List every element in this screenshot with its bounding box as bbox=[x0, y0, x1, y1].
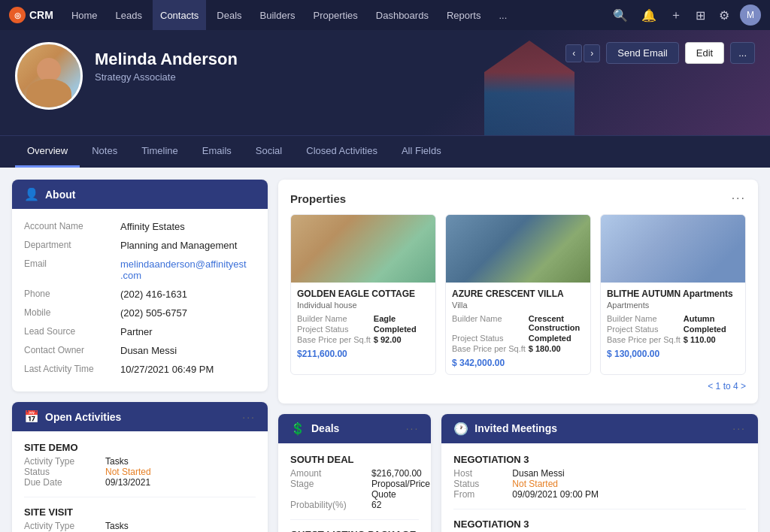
deals-icon: 💲 bbox=[290, 422, 305, 436]
builder-label-2: Builder Name bbox=[452, 314, 526, 332]
about-title: About bbox=[45, 189, 75, 201]
property-image-1 bbox=[291, 215, 435, 283]
nav-leads[interactable]: Leads bbox=[108, 0, 150, 30]
nav-home[interactable]: Home bbox=[64, 0, 105, 30]
user-avatar[interactable]: M bbox=[740, 5, 761, 26]
prev-arrow[interactable]: ‹ bbox=[565, 44, 582, 62]
property-card-1[interactable]: GOLDEN EAGLE COTTAGE Individual house Bu… bbox=[290, 214, 436, 375]
open-activities-title: Open Activities bbox=[45, 411, 121, 423]
properties-grid: GOLDEN EAGLE COTTAGE Individual house Bu… bbox=[290, 214, 746, 375]
about-row-account: Account Name Affinity Estates bbox=[24, 219, 256, 234]
price-sqft-val-3: $ 110.00 bbox=[684, 335, 739, 344]
nav-contacts[interactable]: Contacts bbox=[153, 0, 206, 30]
nav-dashboards[interactable]: Dashboards bbox=[368, 0, 436, 30]
about-icon: 👤 bbox=[24, 187, 39, 201]
tab-closed-activities[interactable]: Closed Activities bbox=[294, 136, 390, 168]
price-sqft-label-1: Base Price per Sq.ft bbox=[297, 335, 371, 344]
properties-more-button[interactable]: ··· bbox=[732, 192, 746, 205]
about-row-dept: Department Planning and Management bbox=[24, 238, 256, 252]
proj-status-val-1: Completed bbox=[374, 325, 429, 334]
deal-amount-label-1: Amount bbox=[290, 468, 365, 479]
meetings-more-button[interactable]: ··· bbox=[732, 422, 746, 434]
meet-status-label-1: Status bbox=[453, 479, 506, 489]
price-sqft-val-2: $ 180.00 bbox=[529, 344, 584, 353]
act-due-val-1: 09/13/2021 bbox=[105, 477, 256, 488]
activity-row-due-1: Due Date 09/13/2021 bbox=[24, 477, 256, 488]
nav-reports[interactable]: Reports bbox=[439, 0, 489, 30]
deal-title-2: GUEST LISTING PACKAGE bbox=[290, 529, 419, 532]
deals-more-button[interactable]: ··· bbox=[406, 422, 420, 434]
properties-pagination[interactable]: < 1 to 4 > bbox=[290, 381, 746, 391]
deals-header: 💲 Deals ··· bbox=[278, 414, 431, 443]
meeting-item-1: NEGOTIATION 3 Host Dusan Messi Status No… bbox=[453, 454, 746, 509]
top-nav: ◎ CRM Home Leads Contacts Deals Builders… bbox=[0, 0, 770, 30]
builder-val-2: Crescent Construction bbox=[529, 314, 584, 332]
about-row-activity-time: Last Activity Time 10/27/2021 06:49 PM bbox=[24, 362, 256, 376]
proj-status-val-2: Completed bbox=[529, 334, 584, 343]
property-card-3[interactable]: BLITHE AUTUMN Apartments Apartments Buil… bbox=[600, 214, 746, 375]
logo[interactable]: ◎ CRM bbox=[9, 7, 53, 23]
deal-row-prob-1: Probability(%) 62 bbox=[290, 500, 419, 510]
property-type-2: Villa bbox=[452, 301, 584, 310]
nav-more[interactable]: ... bbox=[491, 0, 514, 30]
property-details-3: Builder Name Autumn Project Status Compl… bbox=[607, 314, 739, 344]
deal-item-1: SOUTH DEAL Amount $216,700.00 Stage Prop… bbox=[290, 454, 419, 520]
activity-row-type-1: Activity Type Tasks bbox=[24, 456, 256, 467]
deal-prob-val-1: 62 bbox=[371, 500, 419, 510]
properties-title: Properties bbox=[290, 192, 346, 205]
builder-label-3: Builder Name bbox=[607, 314, 681, 323]
settings-icon[interactable]: ⚙ bbox=[716, 7, 732, 24]
about-label-leadsource: Lead Source bbox=[24, 325, 114, 339]
more-options-button[interactable]: ... bbox=[730, 42, 755, 64]
nav-builders[interactable]: Builders bbox=[253, 0, 303, 30]
property-name-1: GOLDEN EAGLE COTTAGE bbox=[297, 289, 429, 301]
deal-title-1: SOUTH DEAL bbox=[290, 454, 419, 465]
about-label-owner: Contact Owner bbox=[24, 343, 114, 358]
about-card-body: Account Name Affinity Estates Department… bbox=[12, 209, 268, 391]
property-details-2: Builder Name Crescent Construction Proje… bbox=[452, 314, 584, 353]
about-value-phone: (202) 416-1631 bbox=[120, 287, 256, 301]
about-label-phone: Phone bbox=[24, 287, 114, 301]
add-icon[interactable]: ＋ bbox=[667, 6, 685, 25]
search-icon[interactable]: 🔍 bbox=[610, 7, 631, 24]
nav-properties[interactable]: Properties bbox=[306, 0, 365, 30]
notification-icon[interactable]: 🔔 bbox=[638, 7, 659, 24]
about-label-dept: Department bbox=[24, 238, 114, 252]
meet-host-label-1: Host bbox=[453, 468, 506, 479]
act-type-label-2: Activity Type bbox=[24, 521, 99, 531]
open-activities-body: SITE DEMO Activity Type Tasks Status Not… bbox=[12, 431, 268, 532]
send-email-button[interactable]: Send Email bbox=[606, 42, 678, 64]
grid-icon[interactable]: ⊞ bbox=[693, 7, 708, 24]
nav-arrows: ‹ › bbox=[565, 44, 600, 62]
edit-button[interactable]: Edit bbox=[685, 42, 724, 64]
property-card-2[interactable]: AZURE CRESCENT VILLA Villa Builder Name … bbox=[445, 214, 591, 375]
about-row-owner: Contact Owner Dusan Messi bbox=[24, 343, 256, 358]
tab-emails[interactable]: Emails bbox=[190, 136, 244, 168]
about-value-leadsource: Partner bbox=[120, 325, 256, 339]
proj-status-label-2: Project Status bbox=[452, 334, 526, 343]
nav-deals[interactable]: Deals bbox=[209, 0, 249, 30]
next-arrow[interactable]: › bbox=[584, 44, 600, 62]
deal-prob-label-1: Probability(%) bbox=[290, 500, 365, 510]
about-label-email: Email bbox=[24, 257, 114, 283]
property-type-3: Apartments bbox=[607, 301, 739, 310]
activity-item-2: SITE VISIT Activity Type Tasks bbox=[24, 506, 256, 531]
deals-header-row: 💲 Deals ··· bbox=[290, 422, 419, 436]
open-activities-more-button[interactable]: ··· bbox=[242, 411, 256, 423]
tab-overview[interactable]: Overview bbox=[15, 136, 80, 168]
act-status-label-1: Status bbox=[24, 467, 99, 477]
tab-notes[interactable]: Notes bbox=[80, 136, 129, 168]
about-value-email[interactable]: melindaanderson@affinityest .com bbox=[120, 257, 256, 283]
avatar-image bbox=[17, 44, 80, 107]
invited-meetings-card: 🕐 Invited Meetings ··· NEGOTIATION 3 Hos… bbox=[441, 414, 758, 532]
deal-row-stage-1: Stage Proposal/Price Quote bbox=[290, 479, 419, 500]
act-type-val-2: Tasks bbox=[105, 521, 256, 531]
meeting-title-2: NEGOTIATION 3 bbox=[453, 518, 746, 530]
logo-icon: ◎ bbox=[9, 7, 26, 23]
nav-icons: 🔍 🔔 ＋ ⊞ ⚙ M bbox=[610, 5, 761, 26]
property-body-2: AZURE CRESCENT VILLA Villa Builder Name … bbox=[446, 283, 590, 374]
tab-all-fields[interactable]: All Fields bbox=[390, 136, 453, 168]
price-sqft-val-1: $ 92.00 bbox=[374, 335, 429, 344]
tab-timeline[interactable]: Timeline bbox=[129, 136, 190, 168]
tab-social[interactable]: Social bbox=[244, 136, 294, 168]
